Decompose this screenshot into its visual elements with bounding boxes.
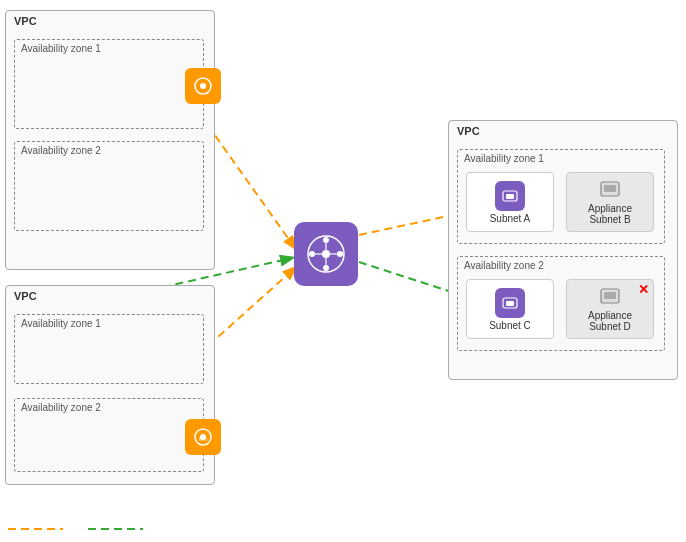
left-vpc1-az2-label: Availability zone 2 [21,145,101,156]
svg-rect-22 [506,194,514,199]
error-x-mark: ✕ [638,282,649,297]
right-vpc-az2-label: Availability zone 2 [464,260,544,271]
svg-text:ion: ion [199,436,207,442]
left-vpc1-az1-label: Availability zone 1 [21,43,101,54]
right-vpc-label: VPC [457,125,480,137]
svg-point-16 [337,251,343,257]
svg-rect-26 [506,301,514,306]
subnet-a: Subnet A [466,172,554,232]
left-vpc2: VPC Availability zone 1 Availability zon… [5,285,215,485]
legend-green [88,524,148,534]
svg-point-7 [200,83,206,89]
svg-point-13 [323,237,329,243]
left-vpc1-instance-icon [185,68,221,104]
diagram-container: VPC Availability zone 1 Availability zon… [0,0,686,542]
left-vpc2-instance-icon: ion [185,419,221,455]
right-vpc-az2: Availability zone 2 Subnet C ApplianceSu… [457,256,665,351]
left-vpc2-az1: Availability zone 1 [14,314,204,384]
subnet-b-label: ApplianceSubnet B [588,203,632,225]
subnet-a-label: Subnet A [490,213,531,224]
subnet-c: Subnet C [466,279,554,339]
svg-rect-28 [604,292,616,299]
svg-point-15 [309,251,315,257]
subnet-c-icon [495,288,525,318]
gateway-hub-icon [294,222,358,286]
subnet-a-icon [495,181,525,211]
left-vpc2-az2: Availability zone 2 ion [14,398,204,472]
left-vpc2-az1-label: Availability zone 1 [21,318,101,329]
left-vpc2-label: VPC [14,290,37,302]
left-vpc1: VPC Availability zone 1 Availability zon… [5,10,215,270]
subnet-d-label: ApplianceSubnet D [588,310,632,332]
legend [8,524,148,534]
left-vpc1-label: VPC [14,15,37,27]
svg-point-14 [323,265,329,271]
right-vpc: VPC Availability zone 1 Subnet A [448,120,678,380]
left-vpc2-az2-label: Availability zone 2 [21,402,101,413]
subnet-c-label: Subnet C [489,320,531,331]
subnet-b: ApplianceSubnet B [566,172,654,232]
left-vpc1-az2: Availability zone 2 [14,141,204,231]
svg-rect-24 [604,185,616,192]
legend-orange [8,524,68,534]
subnet-d: ApplianceSubnet D ✕ [566,279,654,339]
left-vpc1-az1: Availability zone 1 [14,39,204,129]
right-vpc-az1-label: Availability zone 1 [464,153,544,164]
right-vpc-az1: Availability zone 1 Subnet A ApplianceSu… [457,149,665,244]
